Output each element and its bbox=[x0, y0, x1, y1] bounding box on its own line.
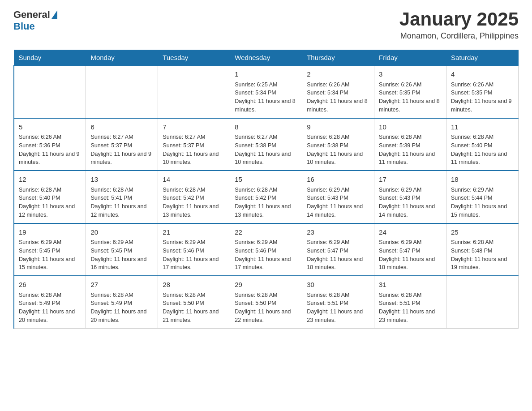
calendar-cell bbox=[14, 65, 86, 118]
day-info: Sunrise: 6:29 AM Sunset: 5:43 PM Dayligh… bbox=[307, 186, 369, 219]
week-row-1: 1Sunrise: 6:25 AM Sunset: 5:34 PM Daylig… bbox=[14, 65, 519, 118]
day-info: Sunrise: 6:29 AM Sunset: 5:46 PM Dayligh… bbox=[163, 238, 225, 272]
day-header-sunday: Sunday bbox=[14, 50, 86, 66]
day-number: 6 bbox=[90, 122, 153, 133]
day-info: Sunrise: 6:26 AM Sunset: 5:35 PM Dayligh… bbox=[451, 81, 514, 114]
day-info: Sunrise: 6:28 AM Sunset: 5:49 PM Dayligh… bbox=[19, 291, 81, 325]
day-header-wednesday: Wednesday bbox=[230, 50, 302, 66]
day-number: 17 bbox=[379, 175, 442, 185]
day-info: Sunrise: 6:29 AM Sunset: 5:47 PM Dayligh… bbox=[307, 238, 369, 272]
day-number: 27 bbox=[90, 280, 153, 290]
day-number: 22 bbox=[235, 227, 297, 238]
day-number: 14 bbox=[163, 175, 225, 185]
calendar-cell: 16Sunrise: 6:29 AM Sunset: 5:43 PM Dayli… bbox=[302, 171, 374, 223]
day-info: Sunrise: 6:29 AM Sunset: 5:45 PM Dayligh… bbox=[19, 238, 81, 272]
day-info: Sunrise: 6:29 AM Sunset: 5:43 PM Dayligh… bbox=[379, 186, 442, 219]
calendar-cell: 7Sunrise: 6:27 AM Sunset: 5:37 PM Daylig… bbox=[158, 118, 230, 171]
day-number: 1 bbox=[235, 69, 297, 80]
day-number: 28 bbox=[163, 280, 225, 290]
title-block: January 2025 Monamon, Cordillera, Philip… bbox=[399, 9, 519, 41]
calendar-cell bbox=[446, 276, 519, 328]
day-info: Sunrise: 6:28 AM Sunset: 5:40 PM Dayligh… bbox=[19, 186, 81, 219]
header-row: SundayMondayTuesdayWednesdayThursdayFrid… bbox=[14, 50, 519, 66]
day-header-monday: Monday bbox=[86, 50, 158, 66]
day-info: Sunrise: 6:29 AM Sunset: 5:46 PM Dayligh… bbox=[235, 238, 297, 272]
day-info: Sunrise: 6:28 AM Sunset: 5:48 PM Dayligh… bbox=[451, 238, 514, 272]
day-info: Sunrise: 6:28 AM Sunset: 5:51 PM Dayligh… bbox=[379, 291, 442, 325]
day-number: 11 bbox=[451, 122, 514, 133]
day-number: 8 bbox=[235, 122, 297, 133]
calendar-subtitle: Monamon, Cordillera, Philippines bbox=[399, 31, 519, 41]
calendar-cell: 9Sunrise: 6:28 AM Sunset: 5:38 PM Daylig… bbox=[302, 118, 374, 171]
calendar-cell: 17Sunrise: 6:29 AM Sunset: 5:43 PM Dayli… bbox=[374, 171, 446, 223]
calendar-cell: 3Sunrise: 6:26 AM Sunset: 5:35 PM Daylig… bbox=[374, 65, 446, 118]
day-number: 9 bbox=[307, 122, 369, 133]
calendar-cell: 15Sunrise: 6:28 AM Sunset: 5:42 PM Dayli… bbox=[230, 171, 302, 223]
day-number: 12 bbox=[19, 175, 81, 185]
day-number: 19 bbox=[19, 227, 81, 238]
calendar-cell: 23Sunrise: 6:29 AM Sunset: 5:47 PM Dayli… bbox=[302, 223, 374, 276]
day-number: 4 bbox=[451, 69, 514, 80]
week-row-2: 5Sunrise: 6:26 AM Sunset: 5:36 PM Daylig… bbox=[14, 118, 519, 171]
calendar-table: SundayMondayTuesdayWednesdayThursdayFrid… bbox=[13, 50, 519, 329]
day-info: Sunrise: 6:28 AM Sunset: 5:42 PM Dayligh… bbox=[235, 186, 297, 219]
calendar-cell: 22Sunrise: 6:29 AM Sunset: 5:46 PM Dayli… bbox=[230, 223, 302, 276]
day-number: 18 bbox=[451, 175, 514, 185]
day-header-tuesday: Tuesday bbox=[158, 50, 230, 66]
logo-general: General bbox=[13, 9, 50, 21]
day-info: Sunrise: 6:28 AM Sunset: 5:40 PM Dayligh… bbox=[451, 133, 514, 167]
day-info: Sunrise: 6:29 AM Sunset: 5:44 PM Dayligh… bbox=[451, 186, 514, 219]
calendar-cell: 11Sunrise: 6:28 AM Sunset: 5:40 PM Dayli… bbox=[446, 118, 519, 171]
day-number: 25 bbox=[451, 227, 514, 238]
calendar-cell: 13Sunrise: 6:28 AM Sunset: 5:41 PM Dayli… bbox=[86, 171, 158, 223]
day-number: 13 bbox=[90, 175, 153, 185]
day-info: Sunrise: 6:29 AM Sunset: 5:45 PM Dayligh… bbox=[90, 238, 153, 272]
calendar-cell: 29Sunrise: 6:28 AM Sunset: 5:50 PM Dayli… bbox=[230, 276, 302, 328]
calendar-cell: 25Sunrise: 6:28 AM Sunset: 5:48 PM Dayli… bbox=[446, 223, 519, 276]
calendar-cell: 5Sunrise: 6:26 AM Sunset: 5:36 PM Daylig… bbox=[14, 118, 86, 171]
logo-blue: Blue bbox=[13, 21, 35, 32]
day-info: Sunrise: 6:28 AM Sunset: 5:51 PM Dayligh… bbox=[307, 291, 369, 325]
day-number: 31 bbox=[379, 280, 442, 290]
day-info: Sunrise: 6:28 AM Sunset: 5:38 PM Dayligh… bbox=[307, 133, 369, 167]
day-info: Sunrise: 6:27 AM Sunset: 5:37 PM Dayligh… bbox=[90, 133, 153, 167]
day-number: 30 bbox=[307, 280, 369, 290]
calendar-title: January 2025 bbox=[399, 9, 519, 30]
day-number: 3 bbox=[379, 69, 442, 80]
day-info: Sunrise: 6:26 AM Sunset: 5:34 PM Dayligh… bbox=[307, 81, 369, 114]
week-row-4: 19Sunrise: 6:29 AM Sunset: 5:45 PM Dayli… bbox=[14, 223, 519, 276]
day-info: Sunrise: 6:28 AM Sunset: 5:50 PM Dayligh… bbox=[163, 291, 225, 325]
day-info: Sunrise: 6:29 AM Sunset: 5:47 PM Dayligh… bbox=[379, 238, 442, 272]
day-info: Sunrise: 6:28 AM Sunset: 5:39 PM Dayligh… bbox=[379, 133, 442, 167]
day-number: 5 bbox=[19, 122, 81, 133]
day-info: Sunrise: 6:27 AM Sunset: 5:38 PM Dayligh… bbox=[235, 133, 297, 167]
calendar-cell: 2Sunrise: 6:26 AM Sunset: 5:34 PM Daylig… bbox=[302, 65, 374, 118]
calendar-cell: 30Sunrise: 6:28 AM Sunset: 5:51 PM Dayli… bbox=[302, 276, 374, 328]
day-info: Sunrise: 6:28 AM Sunset: 5:41 PM Dayligh… bbox=[90, 186, 153, 219]
page-header: General Blue January 2025 Monamon, Cordi… bbox=[13, 9, 519, 41]
day-info: Sunrise: 6:28 AM Sunset: 5:42 PM Dayligh… bbox=[163, 186, 225, 219]
day-info: Sunrise: 6:27 AM Sunset: 5:37 PM Dayligh… bbox=[163, 133, 225, 167]
day-number: 10 bbox=[379, 122, 442, 133]
calendar-cell: 21Sunrise: 6:29 AM Sunset: 5:46 PM Dayli… bbox=[158, 223, 230, 276]
day-number: 15 bbox=[235, 175, 297, 185]
calendar-cell: 12Sunrise: 6:28 AM Sunset: 5:40 PM Dayli… bbox=[14, 171, 86, 223]
calendar-cell: 4Sunrise: 6:26 AM Sunset: 5:35 PM Daylig… bbox=[446, 65, 519, 118]
day-info: Sunrise: 6:26 AM Sunset: 5:36 PM Dayligh… bbox=[19, 133, 81, 167]
day-number: 2 bbox=[307, 69, 369, 80]
day-number: 7 bbox=[163, 122, 225, 133]
logo: General Blue bbox=[13, 9, 57, 32]
calendar-cell: 8Sunrise: 6:27 AM Sunset: 5:38 PM Daylig… bbox=[230, 118, 302, 171]
day-info: Sunrise: 6:28 AM Sunset: 5:50 PM Dayligh… bbox=[235, 291, 297, 325]
calendar-cell: 10Sunrise: 6:28 AM Sunset: 5:39 PM Dayli… bbox=[374, 118, 446, 171]
day-number: 26 bbox=[19, 280, 81, 290]
day-info: Sunrise: 6:26 AM Sunset: 5:35 PM Dayligh… bbox=[379, 81, 442, 114]
day-header-friday: Friday bbox=[374, 50, 446, 66]
day-number: 20 bbox=[90, 227, 153, 238]
calendar-cell: 18Sunrise: 6:29 AM Sunset: 5:44 PM Dayli… bbox=[446, 171, 519, 223]
day-info: Sunrise: 6:25 AM Sunset: 5:34 PM Dayligh… bbox=[235, 81, 297, 114]
day-number: 23 bbox=[307, 227, 369, 238]
calendar-cell: 19Sunrise: 6:29 AM Sunset: 5:45 PM Dayli… bbox=[14, 223, 86, 276]
week-row-3: 12Sunrise: 6:28 AM Sunset: 5:40 PM Dayli… bbox=[14, 171, 519, 223]
calendar-cell: 20Sunrise: 6:29 AM Sunset: 5:45 PM Dayli… bbox=[86, 223, 158, 276]
